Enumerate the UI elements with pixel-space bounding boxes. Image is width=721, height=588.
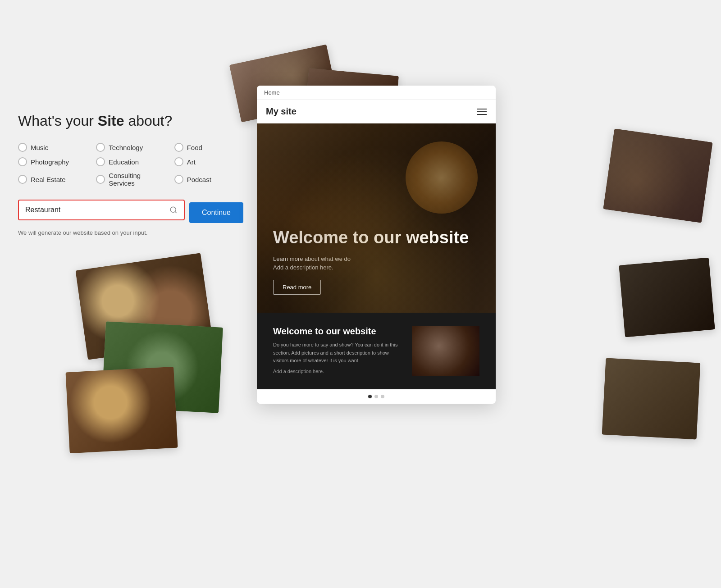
option-podcast[interactable]: Podcast xyxy=(174,172,243,187)
page-headline: What's your Site about? xyxy=(18,113,243,129)
option-education-label: Education xyxy=(109,158,139,166)
hamburger-line-1 xyxy=(477,109,487,109)
option-education[interactable]: Education xyxy=(96,157,165,166)
hamburger-line-3 xyxy=(477,114,487,115)
options-grid: Music Technology Food Photography Educat… xyxy=(18,143,243,187)
hamburger-line-2 xyxy=(477,111,487,112)
pagination-dots xyxy=(257,389,496,404)
option-music-label: Music xyxy=(31,144,48,151)
bottom-add-description: Add a description here. xyxy=(273,369,403,374)
option-consulting[interactable]: Consulting Services xyxy=(96,172,165,187)
bg-photo-food1 xyxy=(75,253,213,360)
radio-consulting[interactable] xyxy=(96,175,105,184)
search-row: Continue xyxy=(18,200,243,226)
radio-education[interactable] xyxy=(96,157,105,166)
site-preview: Home My site Welcome to our website Lear… xyxy=(257,86,496,404)
bottom-restaurant-image xyxy=(412,326,479,376)
site-title: My site xyxy=(266,106,297,117)
svg-line-1 xyxy=(175,211,176,213)
option-podcast-label: Podcast xyxy=(187,176,211,183)
continue-button[interactable]: Continue xyxy=(189,202,243,223)
bottom-section: Welcome to our website Do you have more … xyxy=(257,313,496,389)
browser-tab-label: Home xyxy=(264,89,280,96)
search-icon-button[interactable] xyxy=(163,200,184,220)
option-food-label: Food xyxy=(187,144,202,151)
option-real-estate-label: Real Estate xyxy=(31,176,66,183)
option-technology-label: Technology xyxy=(109,144,143,151)
option-food[interactable]: Food xyxy=(174,143,243,152)
search-bar xyxy=(18,200,185,220)
option-real-estate[interactable]: Real Estate xyxy=(18,172,87,187)
option-art-label: Art xyxy=(187,158,196,166)
bottom-description: Do you have more to say and show? You ca… xyxy=(273,341,403,365)
bg-photo-food3 xyxy=(65,367,178,453)
hero-section: Welcome to our website Learn more about … xyxy=(257,123,496,313)
radio-music[interactable] xyxy=(18,143,27,152)
hamburger-menu[interactable] xyxy=(477,109,487,115)
search-icon xyxy=(169,206,178,214)
radio-photography[interactable] xyxy=(18,157,27,166)
radio-technology[interactable] xyxy=(96,143,105,152)
dot-2 xyxy=(374,395,378,398)
site-header: My site xyxy=(257,100,496,123)
dot-3 xyxy=(381,395,384,398)
option-music[interactable]: Music xyxy=(18,143,87,152)
bg-photo-right2 xyxy=(619,258,715,337)
radio-real-estate[interactable] xyxy=(18,175,27,184)
option-photography-label: Photography xyxy=(31,158,69,166)
bottom-title: Welcome to our website xyxy=(273,326,403,337)
bg-photo-food2 xyxy=(101,321,223,413)
option-technology[interactable]: Technology xyxy=(96,143,165,152)
dot-1 xyxy=(368,395,372,398)
radio-art[interactable] xyxy=(174,157,183,166)
radio-podcast[interactable] xyxy=(174,175,183,184)
search-input[interactable] xyxy=(19,206,163,214)
helper-text: We will generate our website based on yo… xyxy=(18,229,243,236)
option-photography[interactable]: Photography xyxy=(18,157,87,166)
option-art[interactable]: Art xyxy=(174,157,243,166)
svg-point-0 xyxy=(170,207,176,212)
main-panel: What's your Site about? Music Technology… xyxy=(18,113,243,236)
option-consulting-label: Consulting Services xyxy=(109,172,165,187)
hero-overlay xyxy=(257,123,496,313)
bg-photo-right1 xyxy=(603,129,713,223)
radio-food[interactable] xyxy=(174,143,183,152)
browser-tab-bar: Home xyxy=(257,86,496,100)
bg-photo-right3 xyxy=(602,358,701,440)
bottom-text-block: Welcome to our website Do you have more … xyxy=(273,326,403,374)
